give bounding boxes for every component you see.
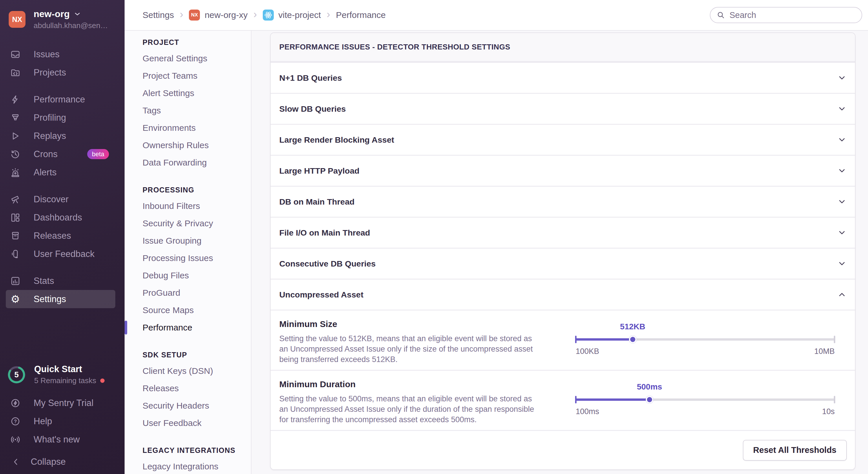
sidebar-item-issues[interactable]: Issues bbox=[0, 45, 125, 63]
minimum-size-slider: 512KB 100KB 10MB bbox=[576, 319, 835, 370]
panel-footer: Reset All Thresholds bbox=[271, 430, 855, 469]
folder-code-icon bbox=[10, 68, 21, 77]
settings-nav-item-source-maps[interactable]: Source Maps bbox=[143, 302, 251, 319]
settings-nav-item-alert-settings[interactable]: Alert Settings bbox=[143, 84, 251, 102]
detector-row-n-plus-one-db-queries[interactable]: N+1 DB Queries bbox=[271, 62, 855, 93]
detector-row-db-on-main-thread[interactable]: DB on Main Thread bbox=[271, 186, 855, 217]
search-box[interactable] bbox=[710, 7, 862, 23]
detector-row-slow-db-queries[interactable]: Slow DB Queries bbox=[271, 93, 855, 124]
sidebar-item-user-feedback[interactable]: User Feedback bbox=[0, 245, 125, 263]
slider-fill bbox=[576, 399, 650, 401]
collapse-sidebar-button[interactable]: Collapse bbox=[0, 456, 125, 467]
chevron-down-icon[interactable] bbox=[838, 166, 846, 175]
sidebar-item-projects[interactable]: Projects bbox=[0, 63, 125, 81]
reset-all-thresholds-button[interactable]: Reset All Thresholds bbox=[743, 440, 847, 461]
chevron-down-icon[interactable] bbox=[838, 259, 846, 268]
threshold-row-minimum-duration: Minimum Duration Setting the value to 50… bbox=[271, 370, 855, 430]
sidebar-item-profiling[interactable]: Profiling bbox=[0, 108, 125, 127]
sidebar-utility-group: My Sentry Trial ? Help What's new bbox=[0, 394, 125, 448]
settings-nav-item-client-keys[interactable]: Client Keys (DSN) bbox=[143, 362, 251, 380]
slider-value: 512KB bbox=[620, 322, 645, 331]
chevron-down-icon bbox=[73, 10, 81, 18]
megaphone-icon bbox=[10, 249, 21, 259]
gear-icon: ⚙ bbox=[10, 294, 21, 304]
settings-nav-item-project-teams[interactable]: Project Teams bbox=[143, 67, 251, 84]
chevron-down-icon[interactable] bbox=[838, 228, 846, 237]
sidebar-item-label: Crons bbox=[34, 149, 58, 160]
sidebar-item-help[interactable]: ? Help bbox=[0, 412, 125, 430]
bar-chart-icon bbox=[10, 276, 21, 286]
breadcrumb-settings[interactable]: Settings bbox=[143, 10, 174, 20]
settings-nav-item-inbound-filters[interactable]: Inbound Filters bbox=[143, 197, 251, 215]
settings-nav-item-performance[interactable]: Performance bbox=[143, 319, 251, 336]
sidebar-item-stats[interactable]: Stats bbox=[0, 272, 125, 290]
org-email: abdullah.khan@sen… bbox=[34, 21, 108, 30]
detector-row-large-http-payload[interactable]: Large HTTP Payload bbox=[271, 155, 855, 186]
sidebar-item-label: Issues bbox=[34, 49, 60, 60]
sidebar-item-performance[interactable]: Performance bbox=[0, 90, 125, 108]
settings-nav-item-general-settings[interactable]: General Settings bbox=[143, 50, 251, 67]
breadcrumb-project[interactable]: vite-project bbox=[263, 9, 321, 21]
telescope-icon bbox=[10, 195, 21, 204]
search-input[interactable] bbox=[729, 10, 855, 20]
sidebar-item-dashboards[interactable]: Dashboards bbox=[0, 208, 125, 227]
quick-start-count: 5 bbox=[14, 370, 19, 379]
layout-icon bbox=[10, 213, 21, 223]
sidebar-item-whats-new[interactable]: What's new bbox=[0, 430, 125, 448]
settings-nav-item-debug-files[interactable]: Debug Files bbox=[143, 267, 251, 284]
settings-nav: PROJECT General Settings Project Teams A… bbox=[125, 31, 251, 474]
sidebar-item-label: Discover bbox=[34, 194, 69, 205]
chevron-down-icon[interactable] bbox=[838, 197, 846, 206]
quick-start-panel[interactable]: 5 Quick Start 5 Remaining tasks bbox=[0, 364, 125, 385]
search-icon bbox=[717, 11, 725, 19]
chevron-down-icon[interactable] bbox=[838, 73, 846, 82]
detector-row-consecutive-db-queries[interactable]: Consecutive DB Queries bbox=[271, 248, 855, 279]
sidebar-item-label: Projects bbox=[34, 67, 66, 78]
org-avatar: NX bbox=[9, 11, 26, 28]
sidebar-item-settings[interactable]: ⚙ Settings bbox=[6, 290, 115, 308]
settings-nav-section-legacy: LEGACY INTEGRATIONS Legacy Integrations bbox=[143, 443, 251, 474]
sidebar-item-trial[interactable]: My Sentry Trial bbox=[0, 394, 125, 412]
sidebar-item-alerts[interactable]: Alerts bbox=[0, 163, 125, 181]
react-icon bbox=[263, 9, 274, 21]
breadcrumb-org[interactable]: NX new-org-xy bbox=[189, 9, 247, 21]
settings-nav-item-environments[interactable]: Environments bbox=[143, 119, 251, 137]
slider-thumb[interactable] bbox=[629, 336, 637, 343]
detector-row-file-io-on-main-thread[interactable]: File I/O on Main Thread bbox=[271, 217, 855, 248]
settings-nav-item-ownership-rules[interactable]: Ownership Rules bbox=[143, 137, 251, 154]
minimum-duration-slider: 500ms 100ms 10s bbox=[576, 379, 835, 430]
sidebar-item-replays[interactable]: Replays bbox=[0, 127, 125, 145]
settings-nav-item-tags[interactable]: Tags bbox=[143, 102, 251, 119]
chevron-left-icon bbox=[11, 458, 20, 466]
sidebar-item-discover[interactable]: Discover bbox=[0, 190, 125, 208]
settings-nav-item-legacy-integrations[interactable]: Legacy Integrations bbox=[143, 458, 251, 474]
settings-nav-item-data-forwarding[interactable]: Data Forwarding bbox=[143, 154, 251, 171]
settings-nav-section-processing: PROCESSING Inbound Filters Security & Pr… bbox=[143, 182, 251, 336]
breadcrumb: Settings › NX new-org-xy › vite-project … bbox=[143, 9, 385, 21]
settings-nav-item-issue-grouping[interactable]: Issue Grouping bbox=[143, 232, 251, 249]
main-content: PERFORMANCE ISSUES - DETECTOR THRESHOLD … bbox=[252, 31, 868, 474]
settings-nav-item-user-feedback[interactable]: User Feedback bbox=[143, 414, 251, 432]
sidebar-item-crons[interactable]: Crons beta bbox=[0, 145, 125, 163]
settings-nav-item-processing-issues[interactable]: Processing Issues bbox=[143, 249, 251, 267]
app-sidebar: NX new-org abdullah.khan@sen… Issues Pro… bbox=[0, 0, 125, 474]
help-icon: ? bbox=[10, 416, 21, 426]
chevron-up-icon[interactable] bbox=[838, 290, 846, 299]
org-switcher[interactable]: NX new-org abdullah.khan@sen… bbox=[0, 0, 125, 36]
sidebar-item-label: User Feedback bbox=[34, 249, 94, 259]
settings-nav-item-proguard[interactable]: ProGuard bbox=[143, 284, 251, 302]
sidebar-item-releases[interactable]: Releases bbox=[0, 227, 125, 245]
settings-nav-item-security-headers[interactable]: Security Headers bbox=[143, 397, 251, 414]
chevron-down-icon[interactable] bbox=[838, 135, 846, 144]
detector-row-large-render-blocking-asset[interactable]: Large Render Blocking Asset bbox=[271, 124, 855, 155]
slider-thumb[interactable] bbox=[646, 396, 653, 403]
detector-row-uncompressed-asset[interactable]: Uncompressed Asset bbox=[271, 279, 855, 310]
threshold-description: Setting the value to 500ms, means that a… bbox=[279, 394, 540, 425]
sidebar-item-label: My Sentry Trial bbox=[34, 398, 94, 408]
slider-value: 500ms bbox=[637, 382, 662, 392]
chevron-down-icon[interactable] bbox=[838, 104, 846, 113]
section-title: LEGACY INTEGRATIONS bbox=[143, 443, 251, 458]
settings-nav-item-releases[interactable]: Releases bbox=[143, 380, 251, 397]
sidebar-item-label: Profiling bbox=[34, 112, 66, 123]
settings-nav-item-security-privacy[interactable]: Security & Privacy bbox=[143, 215, 251, 232]
